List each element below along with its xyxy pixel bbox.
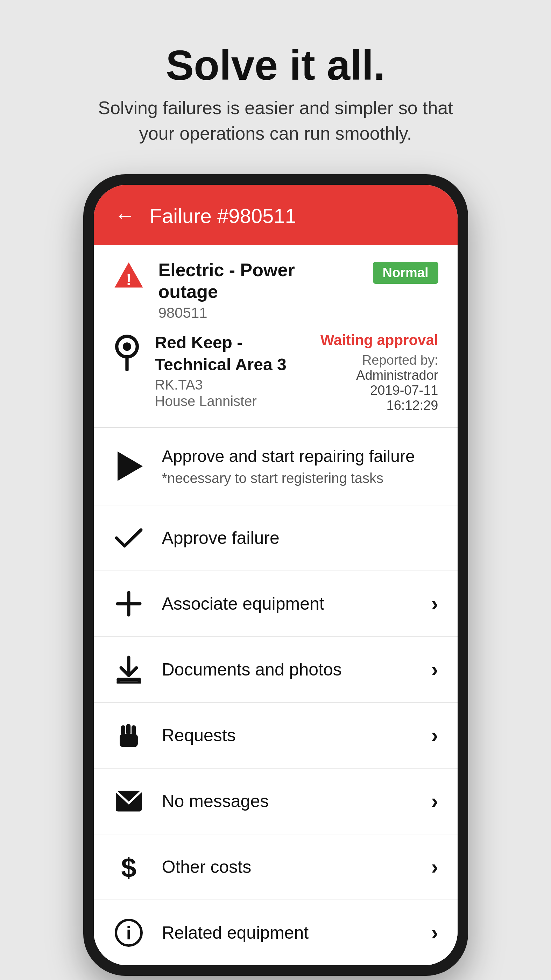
plus-icon <box>113 588 144 619</box>
envelope-icon <box>113 785 144 817</box>
menu-label-approve-start: Approve and start repairing failure *nec… <box>162 444 438 488</box>
menu-item-associate-equipment[interactable]: Associate equipment › <box>94 571 457 637</box>
phone-inner: ← Failure #980511 ! Electric - Power out… <box>94 185 457 965</box>
page-header: Solve it all. Solving failures is easier… <box>83 42 468 146</box>
menu-item-other-costs[interactable]: $ Other costs › <box>94 834 457 900</box>
menu-label-associate-equipment: Associate equipment <box>162 592 414 616</box>
reported-by-label: Reported by: <box>321 353 438 368</box>
chevron-icon: › <box>431 657 438 681</box>
location-icon <box>113 334 141 361</box>
svg-text:$: $ <box>121 853 137 881</box>
reported-date: 2019-07-11 <box>321 383 438 398</box>
play-icon <box>113 450 144 482</box>
menu-label-other-costs: Other costs <box>162 855 414 879</box>
failure-info: Electric - Power outage 980511 <box>159 259 359 321</box>
phone-frame: ← Failure #980511 ! Electric - Power out… <box>83 174 468 976</box>
back-button[interactable]: ← <box>115 205 136 226</box>
chevron-icon: › <box>431 592 438 616</box>
svg-rect-15 <box>132 725 136 735</box>
menu-label-related-equipment: Related equipment <box>162 921 414 945</box>
menu-item-requests[interactable]: Requests › <box>94 703 457 768</box>
download-icon <box>113 654 144 685</box>
status-report: Waiting approval Reported by: Administra… <box>321 332 438 413</box>
hand-icon <box>113 720 144 751</box>
location-info: Red Keep - Technical Area 3 RK.TA3 House… <box>155 332 306 409</box>
menu-label-approve-failure: Approve failure <box>162 526 438 550</box>
menu-item-documents-photos[interactable]: Documents and photos › <box>94 637 457 703</box>
svg-text:i: i <box>126 923 131 943</box>
menu-label-documents-photos: Documents and photos <box>162 657 414 682</box>
info-card-bottom: Red Keep - Technical Area 3 RK.TA3 House… <box>113 332 438 413</box>
svg-point-3 <box>123 343 131 351</box>
menu-label-messages: No messages <box>162 789 414 813</box>
app-header: ← Failure #980511 <box>94 185 457 245</box>
menu-item-messages[interactable]: No messages › <box>94 768 457 834</box>
reported-by-name: Administrador <box>321 368 438 383</box>
svg-rect-13 <box>121 725 125 735</box>
dollar-icon: $ <box>113 851 144 883</box>
failure-info-card: ! Electric - Power outage 980511 Normal <box>94 245 457 428</box>
menu-item-approve-failure[interactable]: Approve failure <box>94 505 457 571</box>
svg-rect-14 <box>126 724 130 735</box>
menu-list: Approve and start repairing failure *nec… <box>94 428 457 965</box>
svg-rect-12 <box>120 733 138 747</box>
reported-time: 16:12:29 <box>321 398 438 413</box>
chevron-icon: › <box>431 723 438 747</box>
chevron-icon: › <box>431 855 438 879</box>
check-icon <box>113 522 144 554</box>
location-name: Red Keep - Technical Area 3 <box>155 332 306 375</box>
info-card-top: ! Electric - Power outage 980511 Normal <box>113 259 438 321</box>
app-header-title: Failure #980511 <box>150 204 296 228</box>
menu-item-related-equipment[interactable]: i Related equipment › <box>94 900 457 965</box>
failure-name: Electric - Power outage <box>159 259 359 303</box>
menu-item-approve-start[interactable]: Approve and start repairing failure *nec… <box>94 428 457 505</box>
location-code: RK.TA3 <box>155 377 306 393</box>
warning-icon: ! <box>113 261 144 292</box>
menu-label-requests: Requests <box>162 723 414 748</box>
location-org: House Lannister <box>155 393 306 409</box>
chevron-icon: › <box>431 921 438 945</box>
svg-text:!: ! <box>126 270 132 289</box>
page-title: Solve it all. <box>83 42 468 88</box>
failure-number: 980511 <box>159 304 359 321</box>
chevron-icon: › <box>431 789 438 813</box>
waiting-approval-text: Waiting approval <box>321 332 438 348</box>
status-badge: Normal <box>373 262 438 284</box>
page-subtitle: Solving failures is easier and simpler s… <box>83 95 468 146</box>
info-icon: i <box>113 917 144 948</box>
